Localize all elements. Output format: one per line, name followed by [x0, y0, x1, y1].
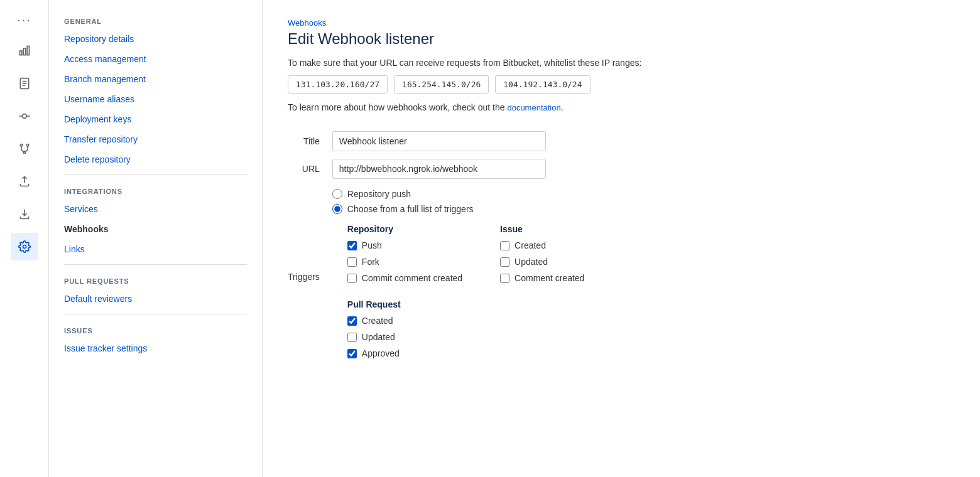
chart-nav-icon[interactable] [11, 37, 38, 65]
svg-point-15 [23, 245, 26, 249]
repo-push-label: Push [362, 240, 382, 250]
issue-created-label: Created [514, 240, 546, 250]
sidebar-item-access-management[interactable]: Access management [64, 49, 247, 69]
repo-commit-comment-checkbox[interactable] [347, 274, 357, 283]
gear-nav-icon[interactable] [11, 233, 38, 260]
pr-created-label: Created [362, 316, 393, 326]
pull-requests-section-title: PULL REQUESTS [64, 270, 247, 289]
trigger-full-list-radio[interactable] [332, 204, 342, 214]
title-label: Title [288, 127, 332, 155]
url-input[interactable] [332, 159, 546, 179]
title-row: Title [288, 127, 584, 155]
trigger-full-list-label: Choose from a full list of triggers [347, 204, 474, 214]
issue-comment-created-checkbox[interactable] [500, 274, 509, 283]
svg-point-7 [22, 114, 26, 119]
doc-nav-icon[interactable] [11, 70, 38, 97]
svg-rect-1 [23, 48, 25, 55]
issue-created-option[interactable]: Created [500, 240, 584, 250]
dots-menu[interactable]: ··· [17, 8, 31, 32]
pr-updated-label: Updated [362, 332, 395, 342]
sidebar-item-default-reviewers[interactable]: Default reviewers [64, 289, 247, 309]
url-row: URL [288, 155, 584, 183]
fork-nav-icon[interactable] [11, 135, 38, 163]
general-section-title: GENERAL [64, 10, 247, 29]
pr-approved-checkbox[interactable] [347, 349, 357, 358]
sidebar: GENERAL Repository details Access manage… [49, 0, 263, 477]
repo-fork-checkbox[interactable] [347, 257, 357, 267]
download-nav-icon[interactable] [11, 200, 38, 228]
ip-ranges-list: 131.103.20.160/27 165.254.145.0/26 104.1… [288, 75, 955, 94]
repository-column-title: Repository [347, 224, 462, 234]
sidebar-item-branch-management[interactable]: Branch management [64, 69, 247, 89]
triggers-row: Triggers Repository push Choose from a f… [288, 183, 584, 371]
page-title: Edit Webhook listener [288, 30, 955, 48]
url-label: URL [288, 155, 332, 183]
learn-more-text: To learn more about how webhooks work, c… [288, 102, 955, 112]
svg-rect-2 [27, 46, 29, 55]
pull-request-title: Pull Request [347, 299, 585, 309]
divider-1 [64, 174, 247, 175]
sidebar-item-issue-tracker[interactable]: Issue tracker settings [64, 338, 247, 358]
sidebar-item-username-aliases[interactable]: Username aliases [64, 89, 247, 109]
title-field [332, 127, 585, 155]
pr-updated-option[interactable]: Updated [347, 332, 585, 342]
sidebar-item-deployment-keys[interactable]: Deployment keys [64, 109, 247, 129]
issues-section-title: ISSUES [64, 319, 247, 338]
sidebar-item-transfer-repository[interactable]: Transfer repository [64, 129, 247, 149]
issues-section: ISSUES Issue tracker settings [49, 319, 262, 358]
issue-comment-created-label: Comment created [514, 273, 584, 283]
commit-nav-icon[interactable] [11, 102, 38, 130]
repository-column: Repository Push Fork Commit comment crea… [347, 224, 462, 289]
icon-bar: ··· [0, 0, 49, 477]
title-input[interactable] [332, 131, 546, 151]
trigger-repo-push-label: Repository push [347, 189, 411, 199]
pull-requests-section: PULL REQUESTS Default reviewers [49, 270, 262, 309]
pr-created-checkbox[interactable] [347, 316, 357, 326]
pr-approved-option[interactable]: Approved [347, 348, 585, 358]
sidebar-item-services[interactable]: Services [64, 199, 247, 219]
issue-updated-label: Updated [514, 257, 548, 267]
upload-nav-icon[interactable] [11, 168, 38, 195]
documentation-link[interactable]: documentation [507, 103, 560, 112]
sidebar-item-delete-repository[interactable]: Delete repository [64, 149, 247, 169]
triggers-field: Repository push Choose from a full list … [332, 183, 585, 371]
issue-created-checkbox[interactable] [500, 241, 509, 250]
ip-badge-1: 131.103.20.160/27 [288, 75, 388, 94]
pr-updated-checkbox[interactable] [347, 333, 357, 342]
breadcrumb[interactable]: Webhooks [288, 18, 326, 28]
repo-commit-comment-label: Commit comment created [362, 273, 462, 283]
repo-push-option[interactable]: Push [347, 240, 462, 250]
sidebar-item-links[interactable]: Links [64, 239, 247, 259]
sidebar-item-repo-details[interactable]: Repository details [64, 29, 247, 49]
issue-comment-created-option[interactable]: Comment created [500, 273, 584, 283]
pull-request-section: Pull Request Created Updated Approved [347, 299, 585, 358]
ip-badge-3: 104.192.143.0/24 [495, 75, 590, 94]
ip-ranges-info: To make sure that your URL can receive r… [288, 58, 955, 68]
trigger-repo-push[interactable]: Repository push [332, 189, 585, 199]
checkboxes-grid: Repository Push Fork Commit comment crea… [347, 224, 585, 289]
pr-approved-label: Approved [362, 348, 400, 358]
triggers-label: Triggers [288, 183, 332, 371]
repo-push-checkbox[interactable] [347, 241, 357, 250]
repo-commit-comment-option[interactable]: Commit comment created [347, 273, 462, 283]
general-section: GENERAL Repository details Access manage… [49, 10, 262, 169]
pr-created-option[interactable]: Created [347, 316, 585, 326]
webhook-form: Title URL Triggers Repository push C [288, 127, 584, 371]
issue-updated-option[interactable]: Updated [500, 257, 584, 267]
integrations-section: INTEGRATIONS Services Webhooks Links [49, 180, 262, 259]
repo-fork-label: Fork [362, 257, 379, 267]
svg-point-11 [26, 144, 28, 146]
issue-column-title: Issue [500, 224, 584, 234]
repo-fork-option[interactable]: Fork [347, 257, 462, 267]
ip-badge-2: 165.254.145.0/26 [394, 75, 489, 94]
integrations-section-title: INTEGRATIONS [64, 180, 247, 199]
issue-column: Issue Created Updated Comment created [500, 224, 584, 289]
svg-rect-0 [19, 51, 21, 55]
sidebar-item-webhooks[interactable]: Webhooks [64, 219, 247, 239]
divider-3 [64, 314, 247, 314]
main-content: Webhooks Edit Webhook listener To make s… [263, 0, 980, 477]
trigger-repo-push-radio[interactable] [332, 189, 342, 199]
issue-updated-checkbox[interactable] [500, 257, 509, 267]
trigger-full-list[interactable]: Choose from a full list of triggers [332, 204, 585, 214]
svg-point-10 [20, 144, 22, 146]
